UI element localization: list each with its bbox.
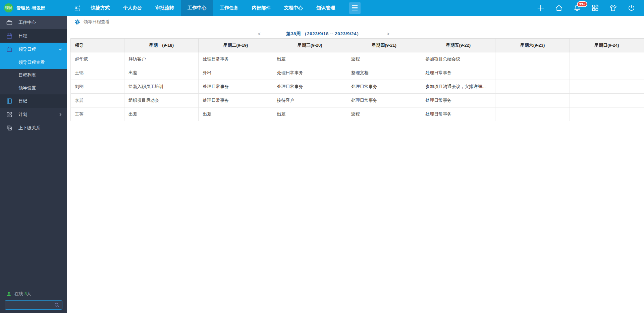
schedule-row: 王英出差出差出差返程处理日常事务 [71,107,644,121]
sidebar-item-label: 日程 [18,33,62,39]
sidebar-item-label: 上下级关系 [18,125,62,131]
top-menu-item[interactable]: 审批流转 [149,0,181,16]
column-header-day: 星期四(9-21) [347,39,421,52]
main-content: 领导日程查看 < 第38周 （2023/9/18 -- 2023/9/24） >… [67,16,644,313]
page-header: 领导日程查看 [67,16,644,28]
schedule-cell: 返程 [347,107,421,121]
schedule-cell: 处理日常事务 [273,80,347,94]
schedule-cell: 接待客户 [273,94,347,107]
sidebar-item-label: 日记 [18,98,62,104]
schedule-cell: 拜访客户 [124,52,199,66]
chevron-right-icon [58,113,62,117]
more-menu-button[interactable] [349,2,361,14]
schedule-cell: 参加项目沟通会议，安排详细... [421,80,495,94]
logout-icon[interactable] [627,4,635,12]
sidebar-subitem-leader-schedule-view[interactable]: 领导日程查看 [0,56,67,69]
schedule-cell: 出差 [273,107,347,121]
topbar-icons: 99+ [537,4,635,12]
person-icon [6,291,12,297]
schedule-cell: 处理日常事务 [199,80,273,94]
schedule-cell [495,66,570,80]
schedule-cell: 处理日常事务 [273,66,347,80]
notification-badge: 99+ [577,1,587,7]
online-panel: 在线 3人 [0,291,67,310]
chevron-down-icon [58,47,62,51]
top-menu-item[interactable]: 内部邮件 [245,0,277,16]
collapse-sidebar-icon[interactable] [71,0,84,16]
gear-icon[interactable] [74,19,80,25]
book-icon [6,98,13,104]
schedule-cell: 组织项目启动会 [124,94,199,107]
search-input[interactable] [5,301,51,309]
user-name: 管理员 -研发部 [16,5,45,11]
sidebar-subitem-label: 日程列表 [18,72,36,78]
leader-schedule-icon [6,46,13,53]
schedule-cell: 出差 [124,107,199,121]
sidebar-item-work-center[interactable]: 工作中心 [0,16,67,29]
sidebar-item-hierarchy[interactable]: 上下级关系 [0,121,67,135]
avatar[interactable]: 理员 [4,3,13,12]
schedule-cell [570,107,644,121]
sidebar-subitem-leader-settings[interactable]: 领导设置 [0,82,67,94]
schedule-row: 刘刚给新入职员工培训处理日常事务处理日常事务处理日常事务参加项目沟通会议，安排详… [71,80,644,94]
schedule-cell [570,66,644,80]
leader-name-cell: 李晨 [71,94,124,107]
leader-name-cell: 王锦 [71,66,124,80]
top-menu-item[interactable]: 快捷方式 [84,0,116,16]
leader-name-cell: 赵华威 [71,52,124,66]
schedule-cell [570,80,644,94]
schedule-cell [495,80,570,94]
calendar-icon [6,33,13,39]
schedule-cell: 处理日常事务 [199,52,273,66]
week-navigator: < 第38周 （2023/9/18 -- 2023/9/24） > [35,28,612,38]
previous-week-button[interactable]: < [256,31,263,37]
current-user[interactable]: 理员 管理员 -研发部 [0,3,69,12]
leader-name-cell: 王英 [71,107,124,121]
next-week-button[interactable]: > [385,31,391,37]
theme-icon[interactable] [609,4,617,12]
sidebar-item-leader-schedule[interactable]: 领导日程 [0,43,67,56]
table-header-row: 领导星期一(9-18)星期二(9-19)星期三(9-20)星期四(9-21)星期… [71,39,644,52]
home-icon[interactable] [555,4,563,12]
add-icon[interactable] [537,4,545,12]
top-navigation-bar: 理员 管理员 -研发部 快捷方式个人办公审批流转工作中心工作任务内部邮件文档中心… [0,0,644,16]
schedule-cell: 处理日常事务 [421,94,495,107]
online-count: 3 [24,291,27,296]
search-icon[interactable] [54,302,60,308]
schedule-cell: 处理日常事务 [421,66,495,80]
schedule-cell: 出差 [124,66,199,80]
top-menu-item[interactable]: 文档中心 [277,0,310,16]
top-menu-item[interactable]: 个人办公 [116,0,149,16]
column-header-day: 星期六(9-23) [495,39,570,52]
top-menu-item[interactable]: 工作中心 [181,0,213,16]
top-menu-item[interactable]: 知识管理 [310,0,342,16]
notifications-icon[interactable]: 99+ [573,4,581,12]
schedule-cell: 给新入职员工培训 [124,80,199,94]
sidebar-item-diary[interactable]: 日记 [0,94,67,108]
briefcase-icon [6,19,13,26]
top-menu-item[interactable]: 工作任务 [213,0,245,16]
leader-name-cell: 刘刚 [71,80,124,94]
schedule-cell: 处理日常事务 [421,107,495,121]
online-status: 在线 3人 [5,291,62,297]
sidebar-subitem-schedule-list[interactable]: 日程列表 [0,69,67,82]
apps-icon[interactable] [591,4,599,12]
schedule-row: 王锦出差外出处理日常事务整理文档处理日常事务 [71,66,644,80]
sidebar-item-label: 计划 [18,111,58,118]
schedule-cell: 参加项目总结会议 [421,52,495,66]
schedule-cell [570,94,644,107]
column-header-leader: 领导 [71,39,124,52]
schedule-cell: 出差 [199,107,273,121]
relation-icon [6,125,13,131]
edit-icon [6,111,13,118]
online-label: 在线 3人 [14,291,31,297]
sidebar-item-schedule[interactable]: 日程 [0,29,67,43]
schedule-row: 赵华威拜访客户处理日常事务出差返程参加项目总结会议 [71,52,644,66]
schedule-cell: 处理日常事务 [347,94,421,107]
schedule-cell: 出差 [273,52,347,66]
schedule-cell: 整理文档 [347,66,421,80]
column-header-day: 星期五(9-22) [421,39,495,52]
sidebar-item-plan[interactable]: 计划 [0,108,67,121]
sidebar-subitem-label: 领导日程查看 [18,59,45,65]
schedule-cell [495,107,570,121]
